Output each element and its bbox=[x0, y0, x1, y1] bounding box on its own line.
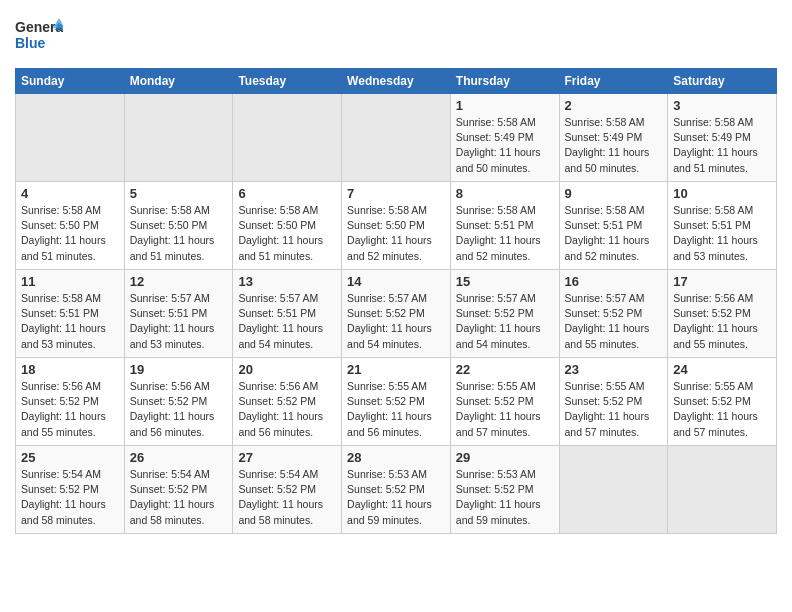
day-info: Sunrise: 5:55 AM Sunset: 5:52 PM Dayligh… bbox=[456, 379, 554, 440]
calendar-cell: 1Sunrise: 5:58 AM Sunset: 5:49 PM Daylig… bbox=[450, 94, 559, 182]
calendar-cell bbox=[559, 446, 668, 534]
calendar-cell: 4Sunrise: 5:58 AM Sunset: 5:50 PM Daylig… bbox=[16, 182, 125, 270]
page-header: General Blue bbox=[15, 10, 777, 62]
day-number: 24 bbox=[673, 362, 771, 377]
day-number: 25 bbox=[21, 450, 119, 465]
day-number: 1 bbox=[456, 98, 554, 113]
calendar-cell: 14Sunrise: 5:57 AM Sunset: 5:52 PM Dayli… bbox=[342, 270, 451, 358]
calendar-table: SundayMondayTuesdayWednesdayThursdayFrid… bbox=[15, 68, 777, 534]
day-info: Sunrise: 5:56 AM Sunset: 5:52 PM Dayligh… bbox=[238, 379, 336, 440]
calendar-cell: 26Sunrise: 5:54 AM Sunset: 5:52 PM Dayli… bbox=[124, 446, 233, 534]
calendar-week-row: 18Sunrise: 5:56 AM Sunset: 5:52 PM Dayli… bbox=[16, 358, 777, 446]
day-info: Sunrise: 5:58 AM Sunset: 5:50 PM Dayligh… bbox=[130, 203, 228, 264]
calendar-cell: 29Sunrise: 5:53 AM Sunset: 5:52 PM Dayli… bbox=[450, 446, 559, 534]
day-number: 17 bbox=[673, 274, 771, 289]
day-number: 11 bbox=[21, 274, 119, 289]
day-info: Sunrise: 5:57 AM Sunset: 5:52 PM Dayligh… bbox=[456, 291, 554, 352]
day-info: Sunrise: 5:58 AM Sunset: 5:50 PM Dayligh… bbox=[21, 203, 119, 264]
calendar-cell: 8Sunrise: 5:58 AM Sunset: 5:51 PM Daylig… bbox=[450, 182, 559, 270]
day-number: 6 bbox=[238, 186, 336, 201]
day-number: 18 bbox=[21, 362, 119, 377]
day-number: 9 bbox=[565, 186, 663, 201]
calendar-week-row: 11Sunrise: 5:58 AM Sunset: 5:51 PM Dayli… bbox=[16, 270, 777, 358]
day-number: 12 bbox=[130, 274, 228, 289]
calendar-cell: 18Sunrise: 5:56 AM Sunset: 5:52 PM Dayli… bbox=[16, 358, 125, 446]
calendar-cell: 9Sunrise: 5:58 AM Sunset: 5:51 PM Daylig… bbox=[559, 182, 668, 270]
day-info: Sunrise: 5:58 AM Sunset: 5:51 PM Dayligh… bbox=[456, 203, 554, 264]
calendar-cell: 24Sunrise: 5:55 AM Sunset: 5:52 PM Dayli… bbox=[668, 358, 777, 446]
calendar-cell: 22Sunrise: 5:55 AM Sunset: 5:52 PM Dayli… bbox=[450, 358, 559, 446]
day-info: Sunrise: 5:56 AM Sunset: 5:52 PM Dayligh… bbox=[130, 379, 228, 440]
calendar-cell: 11Sunrise: 5:58 AM Sunset: 5:51 PM Dayli… bbox=[16, 270, 125, 358]
calendar-cell: 3Sunrise: 5:58 AM Sunset: 5:49 PM Daylig… bbox=[668, 94, 777, 182]
calendar-cell: 21Sunrise: 5:55 AM Sunset: 5:52 PM Dayli… bbox=[342, 358, 451, 446]
weekday-header-friday: Friday bbox=[559, 69, 668, 94]
weekday-header-monday: Monday bbox=[124, 69, 233, 94]
calendar-cell: 28Sunrise: 5:53 AM Sunset: 5:52 PM Dayli… bbox=[342, 446, 451, 534]
svg-text:Blue: Blue bbox=[15, 35, 46, 51]
day-info: Sunrise: 5:57 AM Sunset: 5:52 PM Dayligh… bbox=[347, 291, 445, 352]
day-number: 13 bbox=[238, 274, 336, 289]
day-info: Sunrise: 5:56 AM Sunset: 5:52 PM Dayligh… bbox=[673, 291, 771, 352]
day-info: Sunrise: 5:53 AM Sunset: 5:52 PM Dayligh… bbox=[347, 467, 445, 528]
day-info: Sunrise: 5:53 AM Sunset: 5:52 PM Dayligh… bbox=[456, 467, 554, 528]
weekday-header-saturday: Saturday bbox=[668, 69, 777, 94]
day-number: 19 bbox=[130, 362, 228, 377]
calendar-cell bbox=[124, 94, 233, 182]
calendar-cell: 6Sunrise: 5:58 AM Sunset: 5:50 PM Daylig… bbox=[233, 182, 342, 270]
day-info: Sunrise: 5:55 AM Sunset: 5:52 PM Dayligh… bbox=[565, 379, 663, 440]
day-info: Sunrise: 5:54 AM Sunset: 5:52 PM Dayligh… bbox=[21, 467, 119, 528]
day-number: 14 bbox=[347, 274, 445, 289]
calendar-cell: 23Sunrise: 5:55 AM Sunset: 5:52 PM Dayli… bbox=[559, 358, 668, 446]
day-info: Sunrise: 5:58 AM Sunset: 5:50 PM Dayligh… bbox=[347, 203, 445, 264]
day-info: Sunrise: 5:54 AM Sunset: 5:52 PM Dayligh… bbox=[130, 467, 228, 528]
weekday-header-wednesday: Wednesday bbox=[342, 69, 451, 94]
day-info: Sunrise: 5:57 AM Sunset: 5:51 PM Dayligh… bbox=[130, 291, 228, 352]
day-number: 26 bbox=[130, 450, 228, 465]
weekday-header-sunday: Sunday bbox=[16, 69, 125, 94]
day-info: Sunrise: 5:58 AM Sunset: 5:51 PM Dayligh… bbox=[21, 291, 119, 352]
calendar-cell: 7Sunrise: 5:58 AM Sunset: 5:50 PM Daylig… bbox=[342, 182, 451, 270]
calendar-cell: 20Sunrise: 5:56 AM Sunset: 5:52 PM Dayli… bbox=[233, 358, 342, 446]
day-info: Sunrise: 5:58 AM Sunset: 5:49 PM Dayligh… bbox=[565, 115, 663, 176]
day-number: 7 bbox=[347, 186, 445, 201]
calendar-cell bbox=[668, 446, 777, 534]
weekday-header-tuesday: Tuesday bbox=[233, 69, 342, 94]
calendar-cell: 25Sunrise: 5:54 AM Sunset: 5:52 PM Dayli… bbox=[16, 446, 125, 534]
day-number: 16 bbox=[565, 274, 663, 289]
day-number: 10 bbox=[673, 186, 771, 201]
day-info: Sunrise: 5:58 AM Sunset: 5:49 PM Dayligh… bbox=[673, 115, 771, 176]
calendar-cell: 2Sunrise: 5:58 AM Sunset: 5:49 PM Daylig… bbox=[559, 94, 668, 182]
day-number: 2 bbox=[565, 98, 663, 113]
calendar-header-row: SundayMondayTuesdayWednesdayThursdayFrid… bbox=[16, 69, 777, 94]
day-number: 23 bbox=[565, 362, 663, 377]
calendar-cell: 13Sunrise: 5:57 AM Sunset: 5:51 PM Dayli… bbox=[233, 270, 342, 358]
calendar-week-row: 25Sunrise: 5:54 AM Sunset: 5:52 PM Dayli… bbox=[16, 446, 777, 534]
calendar-week-row: 1Sunrise: 5:58 AM Sunset: 5:49 PM Daylig… bbox=[16, 94, 777, 182]
day-number: 28 bbox=[347, 450, 445, 465]
day-number: 15 bbox=[456, 274, 554, 289]
calendar-cell bbox=[342, 94, 451, 182]
calendar-cell: 15Sunrise: 5:57 AM Sunset: 5:52 PM Dayli… bbox=[450, 270, 559, 358]
day-info: Sunrise: 5:57 AM Sunset: 5:51 PM Dayligh… bbox=[238, 291, 336, 352]
calendar-cell: 17Sunrise: 5:56 AM Sunset: 5:52 PM Dayli… bbox=[668, 270, 777, 358]
logo: General Blue bbox=[15, 14, 63, 62]
day-number: 3 bbox=[673, 98, 771, 113]
calendar-cell: 16Sunrise: 5:57 AM Sunset: 5:52 PM Dayli… bbox=[559, 270, 668, 358]
day-number: 4 bbox=[21, 186, 119, 201]
day-info: Sunrise: 5:55 AM Sunset: 5:52 PM Dayligh… bbox=[673, 379, 771, 440]
day-info: Sunrise: 5:58 AM Sunset: 5:51 PM Dayligh… bbox=[565, 203, 663, 264]
day-info: Sunrise: 5:54 AM Sunset: 5:52 PM Dayligh… bbox=[238, 467, 336, 528]
weekday-header-thursday: Thursday bbox=[450, 69, 559, 94]
day-number: 20 bbox=[238, 362, 336, 377]
day-number: 21 bbox=[347, 362, 445, 377]
calendar-cell bbox=[16, 94, 125, 182]
calendar-cell: 5Sunrise: 5:58 AM Sunset: 5:50 PM Daylig… bbox=[124, 182, 233, 270]
logo-icon: General Blue bbox=[15, 14, 63, 58]
day-number: 5 bbox=[130, 186, 228, 201]
day-info: Sunrise: 5:58 AM Sunset: 5:51 PM Dayligh… bbox=[673, 203, 771, 264]
calendar-cell: 27Sunrise: 5:54 AM Sunset: 5:52 PM Dayli… bbox=[233, 446, 342, 534]
calendar-cell bbox=[233, 94, 342, 182]
calendar-cell: 19Sunrise: 5:56 AM Sunset: 5:52 PM Dayli… bbox=[124, 358, 233, 446]
day-info: Sunrise: 5:57 AM Sunset: 5:52 PM Dayligh… bbox=[565, 291, 663, 352]
